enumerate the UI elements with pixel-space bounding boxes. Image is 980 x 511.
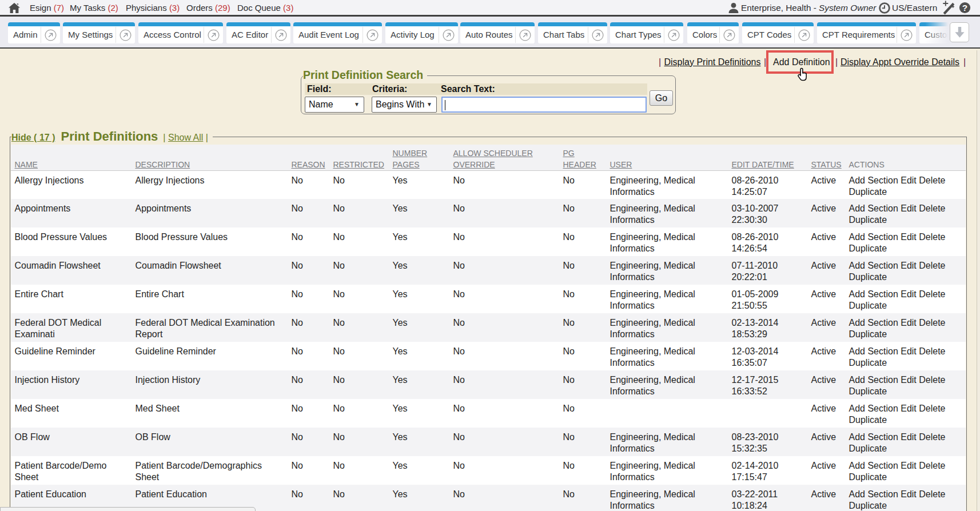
svg-text:?: ? xyxy=(962,3,967,13)
